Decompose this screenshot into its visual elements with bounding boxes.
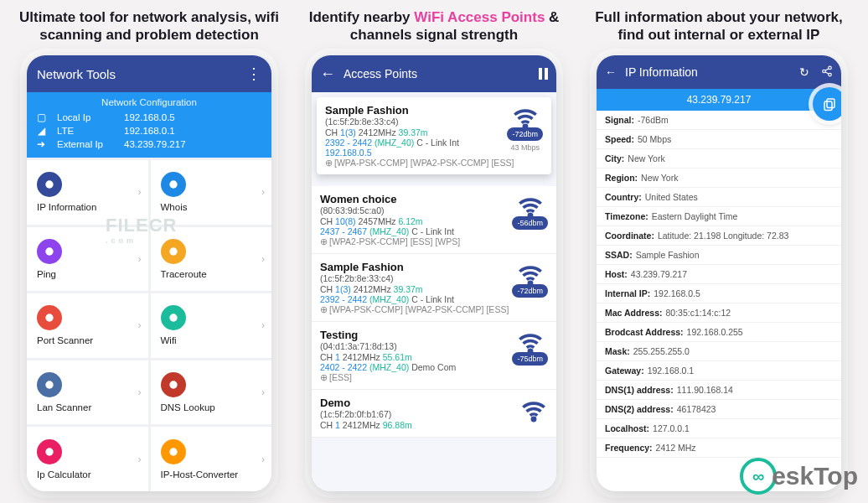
- ipinfo-val: 127.0.0.1: [653, 423, 690, 433]
- radar-icon: [37, 305, 62, 330]
- netconf-val: 43.239.79.217: [124, 139, 186, 149]
- svg-point-4: [45, 314, 53, 322]
- tool-label: IP-Host-Converter: [161, 469, 262, 480]
- ipinfo-key: Mac Address:: [605, 308, 662, 318]
- tool-whois[interactable]: Whois ›: [151, 160, 272, 225]
- appbar-ipinfo: ← IP Information ↻: [597, 55, 841, 89]
- ipinfo-row: Internal IP: 192.168.0.5: [597, 284, 841, 303]
- ap-dbm: -75dbm: [512, 352, 548, 366]
- ap-card[interactable]: Sample Fashion (1c:5f:2b:8e:33:c4) CH 1(…: [312, 254, 556, 322]
- ap-card[interactable]: Sample Fashion (1c:5f:2b:8e:33:c4) CH 1(…: [317, 97, 551, 174]
- ipinfo-list[interactable]: Signal: -76dBm Speed: 50 Mbps City: New …: [597, 111, 841, 491]
- exit-icon: ➜: [35, 138, 47, 150]
- ipinfo-row: Frequency: 2412 MHz: [597, 438, 841, 458]
- ipinfo-val: United States: [645, 192, 698, 202]
- tool-ping[interactable]: Ping ›: [27, 227, 148, 292]
- tool-label: DNS Lookup: [161, 402, 262, 412]
- ipinfo-row: Brodcast Address: 192.168.0.255: [597, 323, 841, 342]
- ipinfo-val: 192.168.0.5: [654, 288, 700, 298]
- ipinfo-val: 255.255.255.0: [633, 346, 690, 356]
- tagline-2: Identify nearby WiFi Access Points & cha…: [296, 8, 572, 45]
- clipboard-icon[interactable]: [813, 87, 841, 121]
- svg-point-5: [169, 314, 177, 322]
- ap-security: ⊕[WPA2-PSK-CCMP] [ESS] [WPS]: [320, 236, 548, 246]
- tool-label: Ip Calculator: [37, 469, 138, 480]
- phone-icon: ▢: [35, 111, 47, 123]
- wifi-icon: [516, 329, 545, 349]
- pause-icon[interactable]: [539, 68, 548, 80]
- ipinfo-val: Latitude: 21.198 Longitude: 72.83: [658, 231, 788, 241]
- ipinfo-val: 80:35:c1:14:c:12: [665, 308, 731, 318]
- tool-lan-scanner[interactable]: Lan Scanner ›: [27, 360, 148, 425]
- netconf-val: 192.168.0.1: [124, 126, 175, 136]
- netconf-row: ▢ Local Ip 192.168.0.5: [27, 111, 271, 124]
- share-icon[interactable]: [821, 65, 833, 80]
- ipinfo-row: City: New York: [597, 149, 841, 169]
- col-2: Identify nearby WiFi Access Points & cha…: [296, 8, 572, 495]
- tool-label: Wifi: [161, 335, 262, 345]
- desktop-logo: ∞ eskTop: [740, 458, 858, 495]
- menu-icon[interactable]: ⋮: [246, 66, 261, 81]
- ipinfo-row: Region: New York: [597, 169, 841, 188]
- network-config: Network Configuration ▢ Local Ip 192.168…: [27, 92, 271, 158]
- phone-tools: Network Tools ⋮ Network Configuration ▢ …: [27, 55, 271, 491]
- tool-dns-lookup[interactable]: DNS Lookup ›: [151, 360, 272, 425]
- ap-card[interactable]: Testing (04:d1:3a:71:8d:13) CH 1 2412MHz…: [312, 322, 556, 390]
- svg-point-16: [823, 70, 826, 73]
- tool-label: Port Scanner: [37, 335, 138, 345]
- tool-traceroute[interactable]: Traceroute ›: [151, 227, 272, 292]
- appbar-tools: Network Tools ⋮: [27, 55, 271, 92]
- ipinfo-val: New York: [628, 153, 664, 163]
- info-icon: [37, 172, 62, 197]
- chevron-right-icon: ›: [138, 319, 142, 331]
- ipinfo-key: Coordinate:: [605, 231, 654, 241]
- ap-security: ⊕[ESS]: [320, 372, 548, 382]
- ipinfo-val: 2412 MHz: [656, 443, 696, 453]
- svg-point-7: [169, 381, 177, 388]
- svg-point-9: [169, 448, 177, 455]
- svg-point-14: [532, 417, 535, 420]
- tagline-1: Ultimate tool for network analysis, wifi…: [11, 8, 287, 45]
- globe-icon: ⊕: [320, 304, 328, 314]
- chevron-right-icon: ›: [138, 454, 142, 465]
- tool-label: Ping: [37, 269, 138, 279]
- ap-dbm: -72dbm: [512, 284, 548, 298]
- chevron-right-icon: ›: [261, 186, 265, 198]
- ap-card[interactable]: Women choice (80:63:9d:5c:a0) CH 10(8) 2…: [312, 186, 556, 254]
- ap-security: ⊕[WPA-PSK-CCMP] [WPA2-PSK-CCMP] [ESS]: [325, 158, 543, 168]
- ipinfo-row: SSAD: Sample Fashion: [597, 246, 841, 265]
- netconf-row: ➜ External Ip 43.239.79.217: [27, 137, 271, 151]
- tool-wifi[interactable]: Wifi ›: [151, 293, 272, 358]
- ipinfo-key: DNS(2) address:: [605, 404, 674, 414]
- tool-ip-calculator[interactable]: Ip Calculator ›: [27, 427, 148, 491]
- ipinfo-val: Sample Fashion: [636, 250, 700, 260]
- wifi-icon: [161, 305, 186, 330]
- ipinfo-key: Speed:: [605, 134, 634, 144]
- ipinfo-key: Localhost:: [605, 423, 649, 433]
- svg-point-0: [45, 181, 53, 189]
- network-config-title: Network Configuration: [27, 97, 271, 107]
- ipinfo-row: Host: 43.239.79.217: [597, 265, 841, 284]
- ipinfo-key: Mask:: [605, 346, 630, 356]
- back-icon[interactable]: ←: [605, 65, 617, 79]
- refresh-icon[interactable]: ↻: [799, 65, 809, 79]
- netconf-row: ◢ LTE 192.168.0.1: [27, 124, 271, 137]
- ap-name: Demo: [320, 397, 548, 409]
- ipinfo-row: Country: United States: [597, 188, 841, 207]
- back-icon[interactable]: ←: [320, 65, 335, 83]
- ipinfo-val: 46178423: [677, 404, 716, 414]
- dns-icon: [161, 372, 186, 397]
- svg-point-8: [45, 448, 53, 455]
- ipinfo-key: Gateway:: [605, 366, 644, 376]
- ap-card[interactable]: Demo (1c:5f:2b:0f:b1:67) CH 1 2412MHz 96…: [312, 390, 556, 438]
- chevron-right-icon: ›: [138, 386, 142, 398]
- ipinfo-key: Region:: [605, 173, 638, 183]
- svg-point-1: [169, 181, 177, 189]
- tool-port-scanner[interactable]: Port Scanner ›: [27, 293, 148, 358]
- ipinfo-row: Speed: 50 Mbps: [597, 130, 841, 149]
- tool-ip-host-converter[interactable]: IP-Host-Converter ›: [151, 427, 272, 491]
- tool-ip-information[interactable]: IP Information ›: [27, 160, 148, 225]
- netconf-key: Local Ip: [57, 112, 114, 122]
- lan-icon: [37, 372, 62, 397]
- ap-list[interactable]: Sample Fashion (1c:5f:2b:8e:33:c4) CH 1(…: [312, 92, 556, 491]
